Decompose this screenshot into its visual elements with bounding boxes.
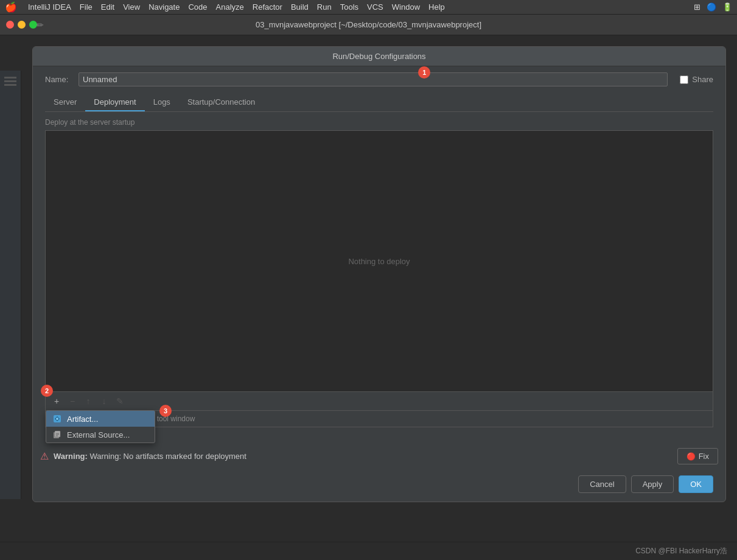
dialog-footer: Cancel Apply OK	[33, 469, 725, 502]
move-down-button[interactable]: ↓	[97, 394, 111, 408]
close-button[interactable]	[6, 21, 14, 29]
menu-help[interactable]: Help	[428, 2, 445, 12]
deploy-empty-text: Nothing to deploy	[348, 257, 410, 266]
menu-run[interactable]: Run	[317, 2, 332, 12]
name-input[interactable]	[79, 72, 668, 86]
titlebar: ✏ 03_mvnjavawebproject [~/Desktop/code/0…	[0, 15, 737, 35]
deploy-section: Deploy at the server startup Nothing to …	[45, 118, 713, 427]
dropdown-external-source[interactable]: External Source...	[46, 427, 155, 443]
deploy-toolbar: 2 + − ↑ ↓ ✎	[45, 392, 713, 411]
badge-3: 3	[159, 405, 172, 417]
menu-refactor[interactable]: Refactor	[253, 2, 282, 12]
artifact-icon	[52, 414, 62, 424]
tab-deployment[interactable]: Deployment	[85, 94, 144, 111]
add-dropdown-menu: Artifact... 3	[46, 410, 155, 443]
tab-startup-connection[interactable]: Startup/Connection	[179, 94, 264, 111]
apple-menu[interactable]: 🍎	[5, 1, 17, 13]
menu-build[interactable]: Build	[291, 2, 309, 12]
window-controls	[6, 21, 37, 29]
sidebar-strip	[0, 71, 21, 499]
bottom-bar: CSDN @FBI HackerHarry浩	[0, 542, 737, 560]
deploy-label: Deploy at the server startup	[45, 118, 713, 127]
menu-code[interactable]: Code	[188, 2, 207, 12]
fix-label: Fix	[699, 452, 709, 461]
menu-intellij[interactable]: IntelliJ IDEA	[28, 2, 71, 12]
edit-button[interactable]: ✎	[113, 394, 127, 408]
add-button[interactable]: +	[49, 394, 64, 408]
cancel-button[interactable]: Cancel	[578, 475, 626, 493]
menu-edit[interactable]: Edit	[101, 2, 114, 12]
remove-button[interactable]: −	[65, 394, 80, 408]
pen-icon: ✏	[37, 20, 44, 30]
share-checkbox[interactable]	[680, 75, 688, 84]
warning-text: Warning: Warning: No artifacts marked fo…	[54, 452, 672, 461]
menubar: 🍎 IntelliJ IDEA File Edit View Navigate …	[0, 0, 737, 15]
fix-button[interactable]: 🔴 Fix	[677, 448, 718, 464]
apply-button[interactable]: Apply	[631, 475, 674, 493]
badge-2: 2	[41, 385, 53, 397]
tabs-row: Server Deployment Logs Startup/Connectio…	[45, 94, 713, 112]
artifact-label: Artifact...	[67, 415, 98, 424]
menu-window[interactable]: Window	[392, 2, 420, 12]
dialog-title: Run/Debug Configurations	[33, 47, 725, 66]
menu-view[interactable]: View	[123, 2, 140, 12]
menu-tools[interactable]: Tools	[340, 2, 358, 12]
run-debug-dialog: Run/Debug Configurations Name: 1 Share	[32, 46, 726, 502]
menu-navigate[interactable]: Navigate	[148, 2, 180, 12]
svg-point-2	[56, 418, 58, 420]
menu-file[interactable]: File	[80, 2, 93, 12]
fix-dot-icon: 🔴	[686, 452, 696, 461]
warning-icon: ⚠	[40, 450, 49, 462]
name-label: Name:	[45, 75, 72, 84]
menu-bluetooth-icon[interactable]: 🔵	[707, 2, 716, 12]
share-label: Share	[692, 75, 713, 84]
menu-grid-icon[interactable]: ⊞	[694, 2, 700, 12]
name-row: Name: 1 Share	[45, 72, 713, 86]
project-title: 03_mvnjavawebproject [~/Desktop/code/03_…	[256, 20, 481, 29]
menu-analyze[interactable]: Analyze	[216, 2, 244, 12]
minimize-button[interactable]	[18, 21, 26, 29]
menu-vcs[interactable]: VCS	[367, 2, 383, 12]
badge-1: 1	[418, 66, 430, 79]
move-up-button[interactable]: ↑	[81, 394, 96, 408]
menu-battery-icon[interactable]: 🔋	[722, 2, 732, 12]
external-source-icon	[52, 430, 62, 439]
warning-bar: ⚠ Warning: Warning: No artifacts marked …	[33, 443, 725, 469]
dropdown-artifact[interactable]: Artifact... 3	[46, 411, 155, 427]
ok-button[interactable]: OK	[679, 475, 713, 493]
share-area: Share	[680, 75, 713, 84]
external-source-label: External Source...	[67, 430, 130, 439]
tab-server[interactable]: Server	[45, 94, 85, 111]
tab-logs[interactable]: Logs	[145, 94, 179, 111]
bottom-bar-text: CSDN @FBI HackerHarry浩	[635, 546, 727, 556]
deploy-area: Nothing to deploy	[45, 130, 713, 392]
